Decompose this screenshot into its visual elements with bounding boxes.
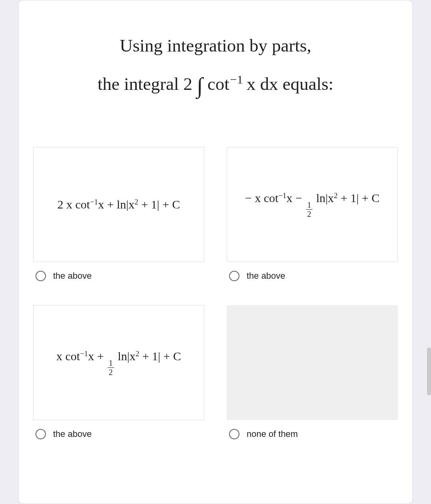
radio-circle-icon	[229, 429, 239, 439]
option-c-expression: x cot−1x + 12 ln|x2 + 1| + C	[33, 305, 204, 420]
option-c: x cot−1x + 12 ln|x2 + 1| + C the above	[33, 305, 204, 439]
option-b-radio[interactable]: the above	[227, 271, 398, 281]
option-d: none of them	[227, 305, 398, 439]
option-c-label: the above	[53, 429, 92, 439]
question-text: Using integration by parts, the integral…	[33, 35, 398, 99]
radio-circle-icon	[229, 271, 239, 281]
option-b-label: the above	[247, 271, 285, 281]
question-line-1: Using integration by parts,	[33, 35, 398, 56]
option-a-label: the above	[53, 271, 92, 281]
radio-circle-icon	[36, 429, 46, 439]
option-c-radio[interactable]: the above	[33, 429, 204, 439]
radio-circle-icon	[36, 271, 46, 281]
question-card: Using integration by parts, the integral…	[18, 0, 413, 504]
option-b-expression: − x cot−1x − 12 ln|x2 + 1| + C	[227, 147, 398, 262]
integral-icon: ∫	[197, 73, 203, 98]
option-d-placeholder	[227, 305, 398, 420]
scrollbar-thumb[interactable]	[427, 347, 431, 395]
option-b: − x cot−1x − 12 ln|x2 + 1| + C the above	[227, 147, 398, 281]
option-a: 2 x cot−1x + ln|x2 + 1| + C the above	[33, 147, 204, 281]
option-d-label: none of them	[247, 429, 298, 439]
option-d-radio[interactable]: none of them	[227, 429, 398, 439]
question-line-2: the integral 2 ∫ cot−1 x dx equals:	[33, 72, 398, 99]
options-grid: 2 x cot−1x + ln|x2 + 1| + C the above − …	[33, 147, 398, 439]
option-a-expression: 2 x cot−1x + ln|x2 + 1| + C	[33, 147, 204, 262]
option-a-radio[interactable]: the above	[33, 271, 204, 281]
